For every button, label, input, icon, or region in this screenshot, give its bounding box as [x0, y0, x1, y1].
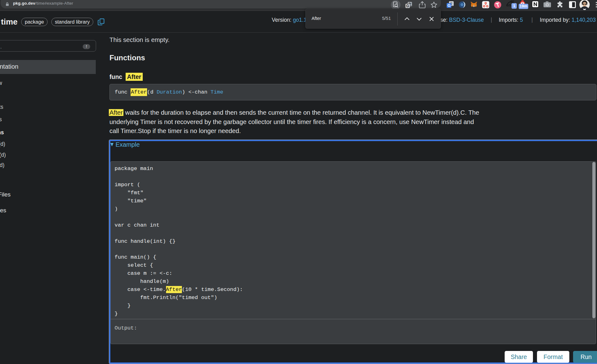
svg-text:G: G	[447, 3, 451, 8]
svg-text:G: G	[406, 4, 409, 8]
